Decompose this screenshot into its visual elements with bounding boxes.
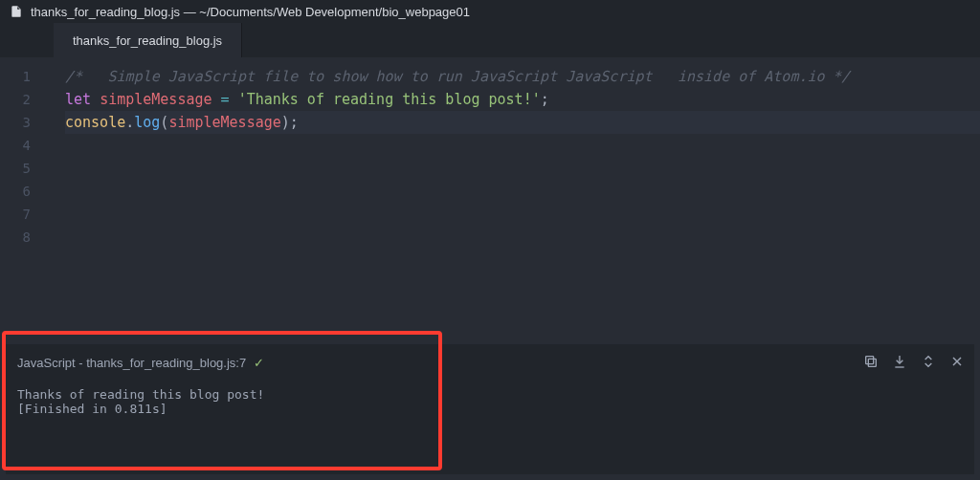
line-number-gutter: 1 2 3 4 5 6 7 8 [0, 57, 48, 344]
copy-icon[interactable] [863, 354, 879, 369]
download-icon[interactable] [892, 354, 907, 369]
file-icon [10, 5, 23, 18]
code-line: Simple JavaScript file to show how to ru… [91, 68, 653, 85]
code-line-active: console.log(simpleMessage); [65, 111, 980, 134]
panel-output: Thanks of reading this blog post! [Finis… [17, 387, 963, 416]
close-icon[interactable] [949, 354, 965, 369]
line-number: 4 [0, 134, 48, 157]
code-area[interactable]: /* Simple JavaScript file to show how to… [48, 57, 980, 344]
code-line: */ [833, 68, 850, 85]
panel-title: JavaScript - thanks_for_reading_blog.js:… [17, 356, 246, 370]
tab-bar: thanks_for_reading_blog.js [0, 23, 980, 57]
script-output-panel: JavaScript - thanks_for_reading_blog.js:… [6, 344, 974, 474]
code-line: /* [65, 68, 82, 85]
svg-rect-1 [866, 357, 874, 364]
window-title: thanks_for_reading_blog.js — ~/Documents… [31, 5, 470, 19]
panel-actions [863, 354, 965, 369]
line-number: 6 [0, 180, 48, 203]
code-line: let simpleMessage = 'Thanks of reading t… [65, 91, 549, 108]
line-number: 2 [0, 88, 48, 111]
line-number: 7 [0, 203, 48, 226]
line-number: 1 [0, 65, 48, 88]
line-number: 3 [0, 111, 48, 134]
tab-label: thanks_for_reading_blog.js [73, 33, 222, 48]
svg-rect-0 [868, 359, 876, 366]
window-title-bar: thanks_for_reading_blog.js — ~/Documents… [0, 0, 980, 23]
code-editor[interactable]: 1 2 3 4 5 6 7 8 /* Simple JavaScript fil… [0, 57, 980, 344]
success-check-icon: ✓ [254, 356, 264, 370]
tab-active[interactable]: thanks_for_reading_blog.js [54, 23, 242, 57]
collapse-icon[interactable] [921, 354, 936, 369]
line-number: 8 [0, 226, 48, 249]
panel-header: JavaScript - thanks_for_reading_blog.js:… [17, 356, 963, 370]
line-number: 5 [0, 157, 48, 180]
code-line: inside of Atom.io [660, 68, 825, 85]
